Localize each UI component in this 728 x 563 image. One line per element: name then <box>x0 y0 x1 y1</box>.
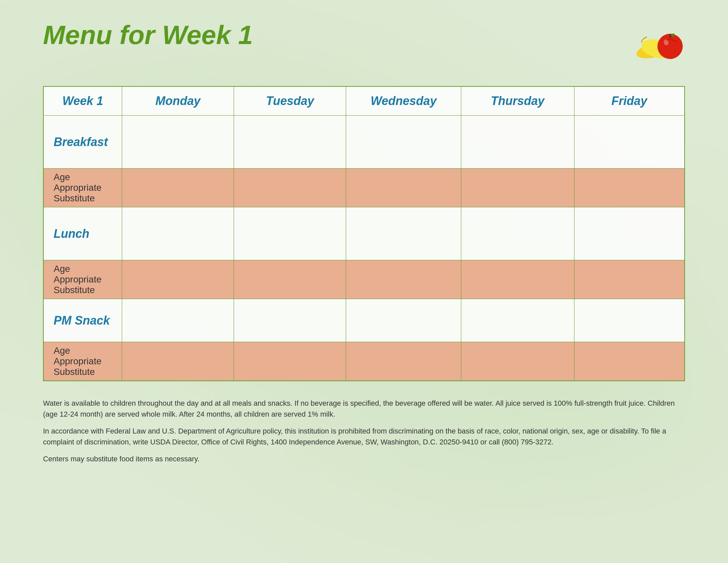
breakfast-substitute-wednesday <box>346 168 461 207</box>
breakfast-wednesday <box>346 116 461 168</box>
pm-snack-label: PM Snack <box>43 299 122 342</box>
col-header-thursday: Thursday <box>461 86 574 116</box>
pm-snack-substitute-monday <box>122 342 234 381</box>
breakfast-friday <box>574 116 685 168</box>
col-header-wednesday: Wednesday <box>346 86 461 116</box>
breakfast-label: Breakfast <box>43 116 122 168</box>
lunch-substitute-row: Age Appropriate Substitute <box>43 260 685 299</box>
pm-snack-substitute-friday <box>574 342 685 381</box>
lunch-monday <box>122 207 234 260</box>
pm-snack-thursday <box>461 299 574 342</box>
lunch-row: Lunch <box>43 207 685 260</box>
pm-snack-tuesday <box>234 299 346 342</box>
breakfast-substitute-tuesday <box>234 168 346 207</box>
lunch-thursday <box>461 207 574 260</box>
lunch-friday <box>574 207 685 260</box>
svg-rect-3 <box>669 34 671 38</box>
pm-snack-substitute-thursday <box>461 342 574 381</box>
menu-table: Week 1 Monday Tuesday Wednesday Thursday… <box>43 86 685 381</box>
footer-line3: Centers may substitute food items as nec… <box>43 453 685 464</box>
breakfast-substitute-friday <box>574 168 685 207</box>
lunch-substitute-wednesday <box>346 260 461 299</box>
col-header-friday: Friday <box>574 86 685 116</box>
lunch-substitute-friday <box>574 260 685 299</box>
lunch-label: Lunch <box>43 207 122 260</box>
col-header-week: Week 1 <box>43 86 122 116</box>
footer: Water is available to children throughou… <box>43 398 685 464</box>
pm-snack-row: PM Snack <box>43 299 685 342</box>
breakfast-tuesday <box>234 116 346 168</box>
breakfast-row: Breakfast <box>43 116 685 168</box>
lunch-substitute-label: Age Appropriate Substitute <box>43 260 122 299</box>
breakfast-monday <box>122 116 234 168</box>
breakfast-thursday <box>461 116 574 168</box>
pm-snack-monday <box>122 299 234 342</box>
lunch-substitute-tuesday <box>234 260 346 299</box>
footer-line1: Water is available to children throughou… <box>43 398 685 420</box>
lunch-substitute-thursday <box>461 260 574 299</box>
pm-snack-substitute-tuesday <box>234 342 346 381</box>
pm-snack-substitute-row: Age Appropriate Substitute <box>43 342 685 381</box>
breakfast-substitute-label: Age Appropriate Substitute <box>43 168 122 207</box>
pm-snack-substitute-label: Age Appropriate Substitute <box>43 342 122 381</box>
lunch-substitute-monday <box>122 260 234 299</box>
lunch-tuesday <box>234 207 346 260</box>
page-header: Menu for Week 1 <box>43 20 685 66</box>
lunch-wednesday <box>346 207 461 260</box>
footer-line2: In accordance with Federal Law and U.S. … <box>43 426 685 447</box>
pm-snack-substitute-wednesday <box>346 342 461 381</box>
pm-snack-wednesday <box>346 299 461 342</box>
col-header-tuesday: Tuesday <box>234 86 346 116</box>
pm-snack-friday <box>574 299 685 342</box>
fruit-decoration <box>632 20 685 66</box>
table-header-row: Week 1 Monday Tuesday Wednesday Thursday… <box>43 86 685 116</box>
breakfast-substitute-monday <box>122 168 234 207</box>
col-header-monday: Monday <box>122 86 234 116</box>
breakfast-substitute-thursday <box>461 168 574 207</box>
page-title: Menu for Week 1 <box>43 20 253 50</box>
breakfast-substitute-row: Age Appropriate Substitute <box>43 168 685 207</box>
